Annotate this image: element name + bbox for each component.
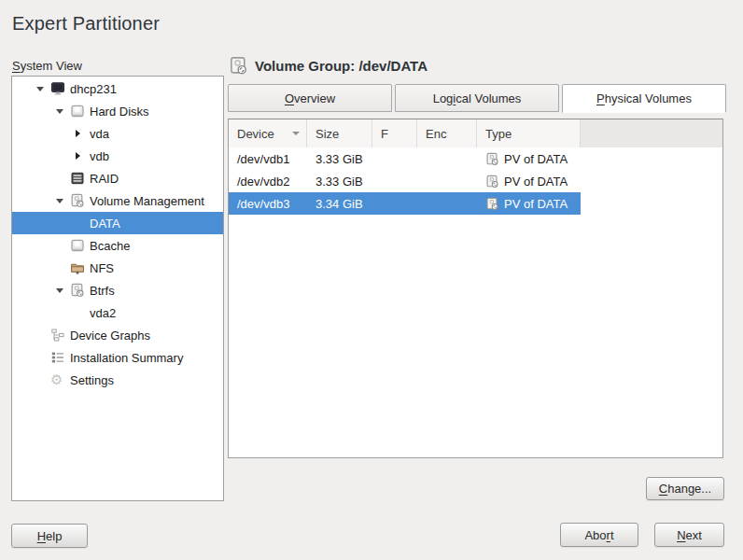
tree-item-settings[interactable]: ⚙Settings (12, 369, 223, 391)
nfs-icon (70, 260, 90, 275)
column-header-device[interactable]: Device (229, 119, 307, 147)
tree-item-bcache[interactable]: Bcache (12, 234, 223, 257)
type-label: PV of DATA (504, 197, 568, 211)
summary-icon (50, 350, 70, 365)
tree-item-vda[interactable]: vda (12, 122, 223, 145)
tree-item-label: Volume Management (90, 194, 204, 208)
cell-type: PV of DATA (477, 170, 581, 192)
computer-icon (50, 81, 70, 96)
expand-arrow-icon[interactable] (56, 199, 70, 203)
table-row-dev-vdb3[interactable]: /dev/vdb33.34 GiBPV of DATA (229, 192, 722, 215)
disk-icon (70, 104, 90, 119)
column-header-filler (581, 119, 722, 147)
cell-size: 3.34 GiB (307, 192, 372, 215)
tree-item-label: Installation Summary (70, 351, 183, 365)
tree-item-label: NFS (90, 261, 114, 275)
next-button[interactable]: Next (654, 523, 724, 547)
cell-filler (581, 192, 722, 215)
tree-item-label: RAID (90, 172, 119, 186)
tree-item-label: Hard Disks (90, 105, 149, 119)
volume-group-title: Volume Group: /dev/DATA (255, 58, 428, 74)
expand-arrow-icon[interactable] (56, 288, 70, 293)
tree-item-label: vda (90, 127, 109, 141)
system-view-tree[interactable]: dhcp231Hard DisksvdavdbRAIDVolume Manage… (11, 76, 224, 501)
gear-icon: ⚙ (50, 372, 70, 387)
tree-item-volume-management[interactable]: Volume Management (12, 189, 223, 212)
tree-item-raid[interactable]: RAID (12, 167, 223, 189)
change-button[interactable]: Change... (646, 477, 724, 500)
tree-item-nfs[interactable]: NFS (12, 257, 223, 279)
lvm-icon (485, 152, 499, 166)
tree-item-label: Device Graphs (70, 329, 150, 343)
cell-filler (581, 170, 722, 192)
type-label: PV of DATA (504, 175, 568, 189)
tab-overview[interactable]: Overview (228, 84, 392, 112)
cell-f (372, 192, 417, 215)
column-header-enc[interactable]: Enc (417, 119, 477, 147)
lvm-icon (70, 283, 90, 298)
graph-icon (50, 328, 70, 343)
lvm-icon (485, 175, 499, 189)
main-header: Volume Group: /dev/DATA (229, 56, 428, 76)
tree-item-vda2[interactable]: vda2 (12, 301, 223, 324)
tree-item-label: DATA (90, 217, 120, 231)
system-view-label: System View (12, 59, 82, 73)
cell-device: /dev/vdb3 (229, 192, 307, 215)
page-title: Expert Partitioner (12, 13, 160, 35)
column-header-label: Enc (426, 127, 446, 141)
column-header-f[interactable]: F (372, 119, 417, 147)
collapse-arrow-icon[interactable] (76, 152, 90, 160)
tree-item-label: dhcp231 (70, 82, 117, 96)
cell-device: /dev/vdb1 (229, 147, 307, 170)
table-row-dev-vdb2[interactable]: /dev/vdb23.33 GiBPV of DATA (229, 170, 722, 192)
tree-item-label: Settings (70, 373, 114, 387)
tab-physical-volumes[interactable]: Physical Volumes (562, 84, 726, 113)
tree-item-data[interactable]: DATA (12, 212, 223, 234)
column-header-label: Device (237, 127, 274, 141)
tab-logical-volumes[interactable]: Logical Volumes (395, 84, 559, 112)
lvm-icon (70, 193, 90, 208)
cell-enc (417, 147, 477, 170)
type-label: PV of DATA (504, 152, 568, 166)
collapse-arrow-icon[interactable] (76, 130, 90, 137)
lvm-icon (229, 56, 248, 76)
tree-item-vdb[interactable]: vdb (12, 145, 223, 167)
column-header-label: F (381, 127, 388, 141)
column-header-label: Type (485, 127, 512, 141)
help-button[interactable]: Help (11, 524, 88, 548)
cell-size: 3.33 GiB (307, 147, 372, 170)
expand-arrow-icon[interactable] (56, 109, 70, 114)
tree-item-label: vda2 (90, 306, 116, 320)
cell-filler (581, 147, 722, 170)
tree-item-btrfs[interactable]: Btrfs (12, 279, 223, 301)
sort-descending-icon (292, 132, 300, 135)
cell-size: 3.33 GiB (307, 170, 372, 192)
cell-f (372, 170, 417, 192)
cell-device: /dev/vdb2 (229, 170, 307, 192)
raid-icon (70, 171, 90, 186)
tree-item-label: Bcache (90, 239, 130, 253)
expand-arrow-icon[interactable] (36, 87, 50, 91)
table-row-dev-vdb1[interactable]: /dev/vdb13.33 GiBPV of DATA (229, 147, 722, 170)
cell-type: PV of DATA (477, 147, 581, 170)
column-header-label: Size (315, 127, 339, 141)
disk-icon (70, 238, 90, 253)
tab-bar: OverviewLogical VolumesPhysical Volumes (228, 84, 726, 113)
cell-enc (417, 192, 477, 215)
physical-volumes-table[interactable]: DeviceSizeFEncType /dev/vdb13.33 GiBPV o… (228, 119, 723, 458)
table-header: DeviceSizeFEncType (229, 119, 722, 147)
tree-item-label: Btrfs (90, 284, 115, 298)
table-body: /dev/vdb13.33 GiBPV of DATA/dev/vdb23.33… (229, 147, 722, 215)
tree-item-label: vdb (90, 149, 109, 163)
tree-item-hard-disks[interactable]: Hard Disks (12, 100, 223, 122)
cell-f (372, 147, 417, 170)
cell-type: PV of DATA (477, 192, 581, 215)
cell-enc (417, 170, 477, 192)
abort-button[interactable]: Abort (560, 523, 638, 547)
tree-item-device-graphs[interactable]: Device Graphs (12, 324, 223, 346)
column-header-size[interactable]: Size (307, 119, 372, 147)
column-header-type[interactable]: Type (477, 119, 581, 147)
tree-item-installation-summary[interactable]: Installation Summary (12, 346, 223, 369)
lvm-icon (485, 197, 499, 211)
tree-item-dhcp231[interactable]: dhcp231 (12, 77, 223, 100)
